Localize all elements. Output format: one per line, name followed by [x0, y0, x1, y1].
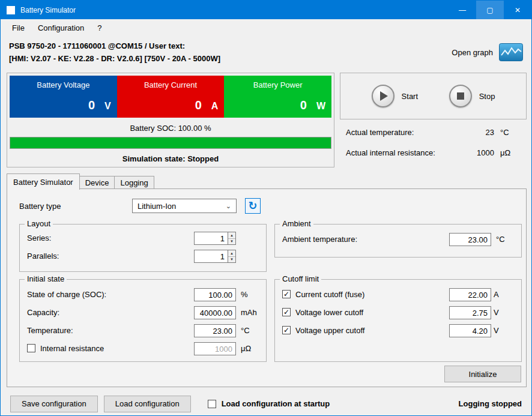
device-info-text: PSB 9750-20 - 1711060001 @COM15 / User t… — [9, 40, 220, 65]
window-title: Battery Simulator — [20, 6, 76, 14]
device-info-bar: PSB 9750-20 - 1711060001 @COM15 / User t… — [1, 36, 531, 68]
refresh-button[interactable]: ↻ — [245, 198, 261, 214]
readouts: Actual temperature: 23 °C Actual interna… — [340, 128, 527, 169]
close-button[interactable]: ✕ — [504, 1, 531, 19]
tab-battery-simulator[interactable]: Battery Simulator — [7, 173, 80, 190]
voltage-upper-cutoff-unit: V — [494, 326, 499, 335]
capacity-unit: mAh — [241, 308, 257, 317]
current-cutoff-row: ✓ Current cutoff (fuse) A — [275, 288, 521, 301]
battery-current-value: 0 A — [117, 98, 225, 118]
device-info-line1: PSB 9750-20 - 1711060001 @COM15 / User t… — [9, 40, 220, 52]
internal-resistance-checkbox[interactable]: ✓ — [27, 344, 35, 352]
soc-label: State of charge (SOC): — [27, 290, 106, 299]
capacity-input[interactable] — [194, 306, 236, 319]
internal-resistance-label: Internal resistance — [40, 344, 104, 353]
tab-device[interactable]: Device — [79, 176, 115, 189]
logging-status: Logging stopped — [459, 399, 522, 408]
actual-temperature-label: Actual temperature: — [346, 128, 414, 137]
battery-power-label: Battery Power — [224, 76, 331, 89]
initial-state-group-title: Initial state — [25, 274, 67, 283]
parallels-label: Parallels: — [27, 252, 59, 261]
current-cutoff-label: Current cutoff (fuse) — [295, 290, 364, 299]
temperature-unit: °C — [241, 326, 250, 335]
spin-down-icon[interactable]: ▼ — [228, 257, 235, 263]
start-stop-group: Start Stop — [340, 73, 527, 119]
play-icon — [372, 85, 394, 107]
initialize-button[interactable]: Initialize — [444, 366, 521, 382]
spin-up-icon[interactable]: ▲ — [228, 250, 235, 257]
spin-down-icon[interactable]: ▼ — [228, 239, 235, 245]
soc-row: State of charge (SOC): % — [20, 288, 266, 301]
load-configuration-button[interactable]: Load configuration — [104, 396, 191, 412]
voltage-upper-cutoff-label: Voltage upper cutoff — [295, 326, 364, 335]
actual-resistance-label: Actual internal resistance: — [346, 148, 435, 157]
ambient-group-title: Ambient — [280, 219, 313, 228]
menu-help[interactable]: ? — [91, 20, 108, 35]
battery-type-select[interactable]: Lithium-Ion ⌄ — [132, 199, 237, 213]
startup-checkbox-row: ✓ Load configuration at startup — [208, 399, 330, 408]
window-controls: — ▢ ✕ — [449, 1, 531, 19]
load-at-startup-checkbox[interactable]: ✓ — [208, 400, 216, 408]
parallels-input[interactable] — [194, 250, 228, 263]
maximize-button[interactable]: ▢ — [476, 1, 504, 19]
internal-resistance-row: ✓ Internal resistance μΩ — [20, 342, 266, 355]
actual-resistance-value: 1000 — [477, 148, 494, 157]
start-button[interactable]: Start — [372, 85, 418, 107]
voltage-upper-cutoff-checkbox[interactable]: ✓ — [282, 326, 291, 334]
menu-file[interactable]: File — [5, 20, 31, 35]
actual-resistance-row: Actual internal resistance: 1000 μΩ — [346, 148, 518, 159]
actual-temperature-unit: °C — [500, 128, 518, 137]
actual-resistance-unit: μΩ — [500, 148, 518, 157]
menu-configuration[interactable]: Configuration — [31, 20, 91, 35]
current-cutoff-input[interactable] — [449, 288, 491, 301]
temperature-input[interactable] — [194, 324, 236, 337]
load-at-startup-label: Load configuration at startup — [222, 399, 330, 408]
battery-voltage-meter: Battery Voltage 0 V — [10, 76, 117, 118]
voltage-lower-cutoff-input[interactable] — [449, 306, 491, 319]
simulation-state-label: Simulation state: Stopped — [10, 154, 331, 163]
stop-icon — [449, 85, 472, 107]
voltage-lower-cutoff-label: Voltage lower cutoff — [295, 308, 363, 317]
chevron-down-icon: ⌄ — [226, 202, 236, 210]
ambient-temperature-label: Ambient temperature: — [282, 235, 357, 244]
ambient-temperature-unit: °C — [496, 235, 505, 244]
check-icon: ✓ — [283, 291, 289, 298]
battery-type-label: Battery type — [19, 202, 61, 211]
current-cutoff-checkbox[interactable]: ✓ — [282, 290, 291, 298]
meters: Battery Voltage 0 V Battery Current 0 A … — [10, 76, 331, 118]
stop-button[interactable]: Stop — [449, 85, 495, 107]
spin-up-icon[interactable]: ▲ — [228, 232, 235, 239]
battery-type-value: Lithium-Ion — [138, 202, 176, 211]
voltage-lower-cutoff-row: ✓ Voltage lower cutoff V — [275, 306, 521, 319]
app-icon — [7, 6, 15, 14]
soc-input[interactable] — [194, 288, 236, 301]
tab-logging[interactable]: Logging — [114, 176, 154, 189]
battery-power-meter: Battery Power 0 W — [224, 76, 331, 118]
battery-power-value: 0 W — [224, 98, 331, 118]
capacity-label: Capacity: — [27, 308, 59, 317]
minimize-button[interactable]: — — [449, 1, 476, 19]
temperature-label: Temperature: — [27, 326, 73, 335]
open-graph-button[interactable]: Open graph — [452, 43, 523, 61]
soc-progress-fill — [10, 137, 331, 148]
voltage-upper-cutoff-row: ✓ Voltage upper cutoff V — [275, 324, 521, 337]
device-info-line2: [HMI: V2.07 - KE: V2.28 - DR: V2.0.6] [7… — [9, 52, 220, 65]
battery-soc-label: Battery SOC: 100.00 % — [10, 124, 331, 133]
soc-unit: % — [241, 290, 248, 299]
series-input[interactable] — [194, 232, 228, 245]
layout-group: Layout Series: ▲ ▼ Parallels: ▲ ▼ — [19, 224, 267, 272]
cutoff-limit-group-title: Cutoff limit — [280, 274, 321, 283]
series-label: Series: — [27, 234, 51, 243]
voltage-lower-cutoff-checkbox[interactable]: ✓ — [282, 308, 291, 316]
battery-voltage-value: 0 V — [10, 98, 117, 118]
check-icon: ✓ — [283, 309, 289, 316]
ambient-temperature-input[interactable] — [449, 233, 491, 246]
save-configuration-button[interactable]: Save configuration — [10, 396, 98, 412]
actual-temperature-row: Actual temperature: 23 °C — [346, 128, 518, 139]
check-icon: ✓ — [283, 327, 289, 334]
footer: Save configuration Load configuration ✓ … — [1, 391, 531, 416]
voltage-lower-cutoff-unit: V — [494, 308, 499, 317]
internal-resistance-unit: μΩ — [241, 344, 251, 353]
graph-icon — [499, 43, 523, 61]
voltage-upper-cutoff-input[interactable] — [449, 324, 491, 337]
